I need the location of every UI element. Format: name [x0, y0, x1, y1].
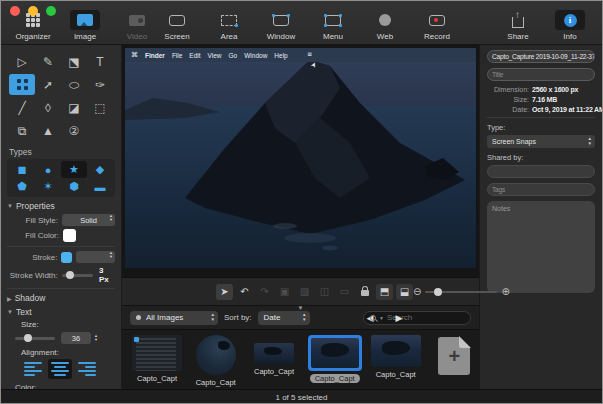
shapes-tool[interactable] — [9, 74, 35, 95]
stepper-icon: ▲▼ — [302, 312, 306, 322]
properties-header[interactable]: ▼ Properties — [7, 201, 115, 211]
tags-field[interactable]: Tags — [487, 183, 595, 196]
callout-shape-tool[interactable]: ⬔ — [61, 51, 87, 72]
info-button[interactable]: iInfo — [544, 10, 596, 44]
stroke-style-select[interactable]: ▲▼ — [76, 251, 115, 263]
thumbnail-5[interactable]: Capto_Capt — [371, 335, 421, 379]
disabled-tool-3-button[interactable]: ◫ — [316, 284, 333, 300]
type-hexagon[interactable]: ⬢ — [61, 178, 87, 195]
metadata-value: 7.16 MB — [532, 96, 557, 103]
shadow-header[interactable]: ▶ Shadow — [7, 293, 115, 303]
web-button[interactable]: Web — [359, 10, 411, 44]
sort-select[interactable]: Date ▲▼ — [258, 311, 310, 325]
zoom-out-icon[interactable]: ⊖ — [413, 286, 421, 297]
disabled-tool-4-button[interactable]: ▭ — [336, 284, 353, 300]
text-size-field[interactable]: 36 — [61, 332, 91, 344]
stroke-width-slider[interactable] — [62, 274, 93, 277]
button-label: Organizer — [15, 32, 50, 41]
disclosure-down-icon: ▼ — [7, 309, 13, 315]
zoom-slider[interactable] — [425, 291, 497, 293]
align-center-button[interactable] — [48, 359, 72, 379]
highlighter-tool[interactable]: ✑ — [87, 74, 113, 95]
image-canvas[interactable]: ⌘FinderFileEditViewGoWindowHelp ⧈ ➤ — [122, 45, 479, 277]
select-cursor-button[interactable]: ➤ — [216, 284, 233, 300]
type-pentagon[interactable]: ⬟ — [9, 178, 35, 195]
collection-dot-icon — [136, 315, 141, 320]
menubar-item-go: Go — [229, 52, 238, 59]
share-button[interactable]: Share — [492, 10, 544, 44]
alignment-label: Alignment: — [21, 348, 115, 357]
add-file-button[interactable] — [430, 335, 479, 375]
thumbnail-image — [311, 338, 359, 368]
annotation-sidebar: ▷✎⬔T➚⬭✑╱◊◪⬚⧉▲② Types ◼●★◆⬟✶⬢▬ ▼ Properti… — [1, 45, 122, 389]
image-button[interactable]: Image — [59, 10, 111, 44]
filename-field[interactable]: Capto_Capture 2019-10-09_11-22-37 — [487, 50, 595, 63]
menu-button[interactable]: Menu — [307, 10, 359, 44]
undo-button[interactable]: ↶ — [236, 284, 253, 300]
text-size-slider[interactable] — [15, 337, 55, 340]
disclosure-down-icon: ▼ — [7, 203, 13, 209]
fill-style-select[interactable]: Solid ▲▼ — [62, 214, 115, 226]
thumbnail-1[interactable]: Capto_Capt — [132, 335, 182, 383]
marquee-tool[interactable]: ⬚ — [87, 97, 113, 118]
select-tool[interactable]: ▷ — [9, 51, 35, 72]
button-label: Menu — [323, 32, 343, 41]
thumbnail-3[interactable]: Capto_Capt — [249, 335, 298, 376]
disabled-tool-2-button[interactable]: ▨ — [296, 284, 313, 300]
window-button[interactable]: Window — [255, 10, 307, 44]
notes-field[interactable]: Notes — [487, 201, 595, 293]
area-button[interactable]: Area — [203, 10, 255, 44]
close-button[interactable] — [10, 6, 20, 16]
thumbnail-image — [254, 343, 294, 364]
type-circle[interactable]: ● — [35, 161, 61, 178]
blur-drop-tool[interactable]: ◊ — [35, 97, 61, 118]
type-diamond[interactable]: ◆ — [87, 161, 113, 178]
type-star-burst[interactable]: ✶ — [35, 178, 61, 195]
edit-toolbar: ➤↶↷▣▨◫▭⬒⬓ ⊖ ⊕ ▼ — [122, 277, 479, 305]
align-right-button[interactable] — [75, 359, 99, 379]
type-pill[interactable]: ▬ — [87, 178, 113, 195]
crop-tool[interactable]: ⧉ — [9, 120, 35, 141]
text-tool[interactable]: T — [87, 51, 113, 72]
minimize-button[interactable] — [28, 6, 38, 16]
type-star[interactable]: ★ — [61, 161, 87, 178]
spotlight-tool[interactable]: ▲ — [35, 120, 61, 141]
pencil-tool[interactable]: ✎ — [35, 51, 61, 72]
thumbnail-4[interactable]: Capto_Capt — [308, 335, 362, 383]
stepper-icon[interactable]: ▲▼ — [94, 334, 98, 342]
zoom-in-icon[interactable]: ⊕ — [501, 286, 509, 297]
thumbnail-2[interactable]: Capto_Capt — [191, 335, 240, 387]
speech-bubble-tool[interactable]: ⬭ — [61, 74, 87, 95]
lock-button[interactable] — [356, 284, 373, 300]
thumbnail-frame — [308, 335, 362, 371]
collection-filter-select[interactable]: All Images ▲▼ — [130, 311, 218, 325]
align-left-button[interactable] — [21, 359, 45, 379]
record-button[interactable]: Record — [411, 10, 463, 44]
button-label: Web — [377, 32, 393, 41]
button-label: Video — [127, 32, 147, 41]
title-field[interactable]: Title — [487, 68, 595, 81]
zoom-button[interactable] — [46, 6, 56, 16]
arrow-tool[interactable]: ➚ — [35, 74, 61, 95]
disabled-tool-1-button[interactable]: ▣ — [276, 284, 293, 300]
thumbnail-frame — [254, 335, 294, 364]
fill-color-swatch[interactable] — [63, 229, 76, 242]
stroke-color-swatch[interactable] — [61, 252, 72, 263]
screen-button[interactable]: Screen — [151, 10, 203, 44]
button-label: Window — [267, 32, 295, 41]
button-label: Screen — [164, 32, 189, 41]
type-rounded-square[interactable]: ◼ — [9, 161, 35, 178]
collapse-handle-icon[interactable]: ▼ — [298, 305, 304, 311]
numbered-steps-tool[interactable]: ② — [61, 120, 87, 141]
eraser-tool[interactable]: ◪ — [61, 97, 87, 118]
metadata-value: Oct 9, 2019 at 11:22 AM — [532, 106, 603, 113]
line-tool[interactable]: ╱ — [9, 97, 35, 118]
canvas-button[interactable]: ⬒ — [376, 284, 393, 300]
redo-button[interactable]: ↷ — [256, 284, 273, 300]
captured-menubar: ⌘FinderFileEditViewGoWindowHelp — [125, 48, 476, 62]
shape-types-grid: ◼●★◆⬟✶⬢▬ — [7, 159, 115, 197]
export-button[interactable]: ⬓ — [396, 284, 413, 300]
type-select[interactable]: Screen Snaps ▲▼ — [487, 135, 595, 148]
text-header[interactable]: ▼ Text — [7, 307, 115, 317]
next-item-button[interactable]: ▶ — [396, 313, 403, 323]
